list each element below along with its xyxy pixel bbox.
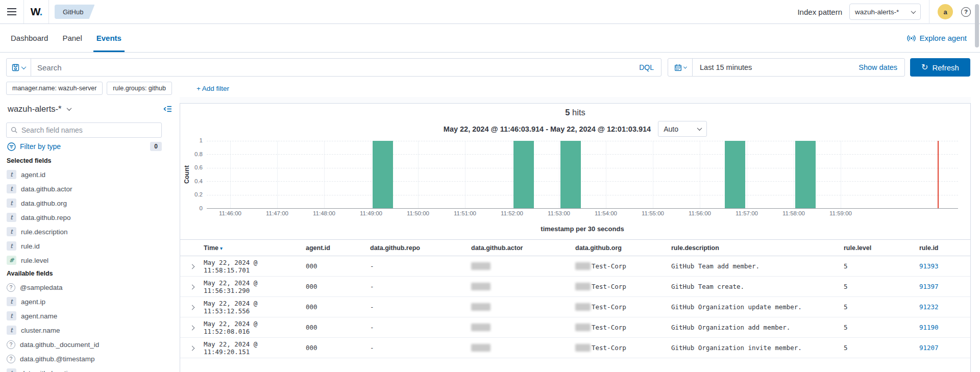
filter-by-type-button[interactable]: Filter by type 0 xyxy=(7,142,162,151)
field-item[interactable]: tagent.id xyxy=(7,167,176,182)
redacted-org-prefix xyxy=(575,262,591,270)
x-gridline xyxy=(794,141,794,208)
histogram-bar[interactable] xyxy=(795,141,816,208)
interval-select[interactable]: Auto xyxy=(658,121,707,137)
expand-row-icon[interactable] xyxy=(190,305,195,310)
org-name: Test-Corp xyxy=(592,324,626,331)
field-item[interactable]: tcluster.name xyxy=(7,323,176,337)
date-quick-select-button[interactable] xyxy=(668,59,693,76)
expand-row-icon[interactable] xyxy=(190,285,195,290)
explore-agent-link[interactable]: Explore agent xyxy=(907,34,967,42)
broadcast-icon xyxy=(907,34,916,42)
field-item[interactable]: tagent.ip xyxy=(7,294,176,309)
time-range-value[interactable]: Last 15 minutes xyxy=(693,63,752,71)
column-header-data-github-actor[interactable]: data.github.actor xyxy=(471,244,575,252)
histogram-bar[interactable] xyxy=(560,141,581,208)
x-tick-label: 11:52:00 xyxy=(494,210,530,216)
field-item[interactable]: ?data.github._document_id xyxy=(7,337,176,352)
column-header-agent-id[interactable]: agent.id xyxy=(306,244,370,252)
y-tick-label: 0.4 xyxy=(187,178,203,184)
filter-pill-rule-groups[interactable]: rule.groups: github xyxy=(107,82,172,95)
rule-id-link[interactable]: 91232 xyxy=(919,303,939,311)
field-item[interactable]: tdata.github.repo xyxy=(7,210,176,225)
avatar[interactable]: a xyxy=(938,4,953,19)
index-pattern-select[interactable]: wazuh-alerts-* xyxy=(849,4,921,20)
cell-actor xyxy=(471,262,575,270)
x-tick-label: 11:46:00 xyxy=(212,210,248,216)
rule-id-link[interactable]: 91207 xyxy=(919,344,939,352)
org-name: Test-Corp xyxy=(592,303,626,311)
histogram-chart xyxy=(207,141,958,209)
divider xyxy=(48,0,49,23)
x-gridline xyxy=(700,141,700,208)
menu-icon[interactable] xyxy=(0,0,23,23)
field-item[interactable]: ?data.github.@timestamp xyxy=(7,352,176,366)
org-name: Test-Corp xyxy=(592,344,626,352)
refresh-button[interactable]: ↻ Refresh xyxy=(910,58,970,77)
histogram-bar[interactable] xyxy=(373,141,393,208)
redacted-actor xyxy=(471,283,491,290)
x-gridline xyxy=(324,141,325,208)
cell-rule-description: GitHub Team create. xyxy=(671,283,844,290)
rule-id-link[interactable]: 91397 xyxy=(919,283,939,290)
tab-events[interactable]: Events xyxy=(96,24,121,52)
field-item[interactable]: ?@sampledata xyxy=(7,280,176,294)
show-dates-button[interactable]: Show dates xyxy=(859,63,904,71)
save-icon xyxy=(12,64,19,71)
cell-rule-id: 91190 xyxy=(919,324,970,331)
field-search-input[interactable] xyxy=(21,126,157,134)
column-header-data-github-org[interactable]: data.github.org xyxy=(575,244,671,252)
table-header: Time▾agent.iddata.github.repodata.github… xyxy=(180,239,970,256)
tabs-bar: Dashboard Panel Events Explore agent xyxy=(0,24,980,53)
sidebar-index-pattern-select[interactable]: wazuh-alerts-* xyxy=(8,104,71,114)
field-item[interactable]: trule.description xyxy=(7,225,176,239)
rule-id-link[interactable]: 91190 xyxy=(919,324,939,331)
rule-id-link[interactable]: 91393 xyxy=(919,262,939,270)
breadcrumb[interactable]: GitHub xyxy=(55,5,94,19)
tab-dashboard[interactable]: Dashboard xyxy=(11,24,48,52)
y-tick-label: 0.6 xyxy=(187,164,203,170)
y-gridline xyxy=(207,195,958,195)
expand-row-icon[interactable] xyxy=(190,264,195,269)
column-header-rule-description[interactable]: rule.description xyxy=(671,244,844,252)
add-filter-button[interactable]: + Add filter xyxy=(197,85,229,92)
cell-time: May 22, 2024 @ 11:56:31.290 xyxy=(204,279,306,294)
cell-actor xyxy=(471,324,575,331)
help-icon[interactable]: ? xyxy=(961,7,971,17)
cell-rule-level: 5 xyxy=(844,344,919,352)
histogram-bar[interactable] xyxy=(513,141,534,208)
query-language-button[interactable]: DQL xyxy=(632,63,661,71)
field-name: agent.ip xyxy=(21,298,45,306)
cell-repo: - xyxy=(370,344,471,352)
redacted-actor xyxy=(471,324,491,331)
divider xyxy=(929,0,929,24)
field-item[interactable]: tdata.github.actor xyxy=(7,182,176,196)
column-header-rule-id[interactable]: rule.id xyxy=(919,244,970,252)
field-item[interactable]: trule.id xyxy=(7,239,176,253)
field-item[interactable]: tdata.github.action xyxy=(7,366,176,372)
histogram-bar[interactable] xyxy=(725,141,745,208)
cell-rule-level: 5 xyxy=(844,283,919,290)
field-search-box xyxy=(6,122,162,138)
field-item[interactable]: tdata.github.org xyxy=(7,196,176,210)
x-tick-label: 11:50:00 xyxy=(400,210,436,216)
field-item[interactable]: #rule.level xyxy=(7,253,176,267)
saved-queries-button[interactable] xyxy=(7,59,31,76)
y-tick-label: 0.2 xyxy=(187,191,203,197)
expand-row-icon[interactable] xyxy=(190,326,195,331)
wazuh-logo[interactable]: W. xyxy=(24,6,48,18)
column-header-time[interactable]: Time▾ xyxy=(204,244,306,252)
cell-rule-description: GitHub Organization invite member. xyxy=(671,344,844,352)
column-header-data-github-repo[interactable]: data.github.repo xyxy=(370,244,471,252)
filter-pill-manager-name[interactable]: manager.name: wazuh-server xyxy=(6,82,103,95)
search-input[interactable] xyxy=(31,63,632,72)
cell-rule-description: GitHub Team add member. xyxy=(671,262,844,270)
vertical-scrollbar[interactable] xyxy=(975,4,979,47)
expand-row-icon[interactable] xyxy=(190,346,195,351)
unknown-field-icon: ? xyxy=(7,340,15,349)
field-item[interactable]: tagent.name xyxy=(7,309,176,323)
tab-panel[interactable]: Panel xyxy=(62,24,82,52)
collapse-sidebar-icon[interactable] xyxy=(163,105,172,113)
column-header-rule-level[interactable]: rule.level xyxy=(844,244,919,252)
results-panel: 5 hits May 22, 2024 @ 11:46:03.914 - May… xyxy=(180,103,971,372)
